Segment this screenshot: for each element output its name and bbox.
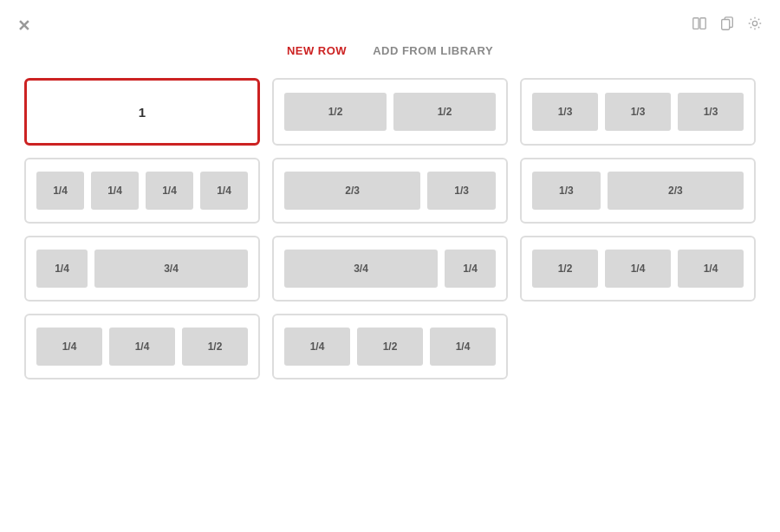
col-block: 1/3 [678,93,744,131]
col-block: 1/2 [357,328,423,366]
col-block: 1/4 [200,172,248,210]
layout-card-three-quarters-quarter[interactable]: 3/4 1/4 [272,236,508,302]
col-block: 1/3 [532,172,601,210]
tab-add-from-library[interactable]: ADD FROM LIBRARY [373,44,493,61]
col-block: 1/4 [36,250,88,288]
col-block: 1/2 [284,93,387,131]
top-icons [692,16,763,36]
svg-point-4 [752,21,757,25]
svg-rect-1 [700,18,705,29]
gear-icon[interactable] [747,16,763,36]
col-block: 1/4 [109,328,175,366]
col-block: 1/4 [146,172,193,210]
col-block: 3/4 [284,250,438,288]
col-block: 1/4 [430,328,496,366]
tab-header: NEW ROW ADD FROM LIBRARY [0,44,780,61]
layout-card-half-quarter-quarter[interactable]: 1/2 1/4 1/4 [520,236,756,302]
col-block: 1/2 [182,328,248,366]
layout-card-quarter-half-quarter[interactable]: 1/4 1/2 1/4 [272,314,508,380]
col-block: 1/2 [393,93,496,131]
col-block: 2/3 [608,172,744,210]
col-block: 1/3 [605,93,671,131]
close-icon[interactable]: ✕ [17,16,30,36]
col-block: 1/4 [284,328,350,366]
tab-new-row[interactable]: NEW ROW [287,44,347,61]
layout-grid: 1 1/2 1/2 1/3 1/3 1/3 1/4 1/4 1/4 1/4 2/… [0,78,780,380]
col-block: 1/3 [532,93,598,131]
copy-icon[interactable] [719,16,735,36]
col-block: 1/4 [36,328,102,366]
columns-icon[interactable] [692,16,707,36]
layout-card-quarter-three-quarters[interactable]: 1/4 3/4 [24,236,260,302]
svg-rect-3 [722,20,730,30]
layout-card-two-thirds-one-third[interactable]: 2/3 1/3 [272,158,508,224]
col-block: 1/3 [427,172,496,210]
col-block: 1/4 [91,172,139,210]
col-block: 1/4 [445,250,496,288]
col-block: 1/2 [532,250,598,288]
col-block: 1/4 [678,250,744,288]
col-block: 1/4 [36,172,84,210]
col-block: 2/3 [284,172,420,210]
col-block: 1 [37,93,247,131]
layout-card-thirds[interactable]: 1/3 1/3 1/3 [520,78,756,146]
svg-rect-0 [693,18,699,29]
layout-card-quarters[interactable]: 1/4 1/4 1/4 1/4 [24,158,260,224]
layout-card-quarter-quarter-half[interactable]: 1/4 1/4 1/2 [24,314,260,380]
layout-card-half-half[interactable]: 1/2 1/2 [272,78,508,146]
layout-card-1[interactable]: 1 [24,78,260,146]
layout-card-one-third-two-thirds[interactable]: 1/3 2/3 [520,158,756,224]
col-block: 3/4 [94,250,248,288]
col-block: 1/4 [605,250,671,288]
top-bar: ✕ [0,0,780,44]
